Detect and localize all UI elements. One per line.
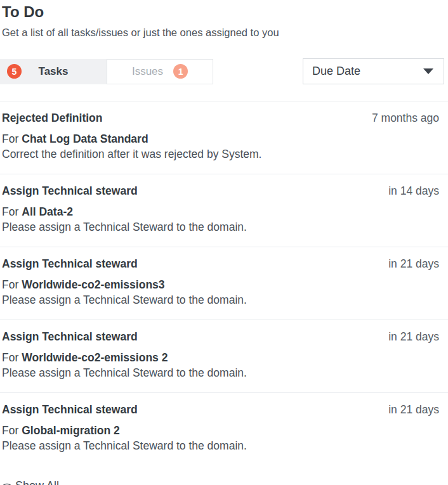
task-title: Assign Technical steward <box>2 257 138 271</box>
task-for-line: ForWorldwide-co2-emissions 2 <box>2 350 439 365</box>
page-title: To Do <box>2 3 448 22</box>
tab-bar: 5 Tasks Issues 1 <box>0 59 213 84</box>
task-title: Rejected Definition <box>2 111 103 126</box>
task-item[interactable]: Assign Technical steward in 21 days ForG… <box>0 392 448 465</box>
task-description: Please assign a Technical Steward to the… <box>2 365 439 380</box>
show-all-link[interactable]: Show All <box>2 479 59 485</box>
todo-widget: To Do Get a list of all tasks/issues or … <box>0 0 448 485</box>
tab-tasks-label: Tasks <box>39 65 69 78</box>
task-title: Assign Technical steward <box>2 184 138 198</box>
task-description: Please assign a Technical Steward to the… <box>2 219 439 235</box>
task-for-prefix: For <box>2 133 18 145</box>
task-item[interactable]: Assign Technical steward in 14 days ForA… <box>0 174 448 247</box>
task-due-date: 7 months ago <box>372 111 439 126</box>
due-date-dropdown[interactable]: Due Date <box>303 58 444 84</box>
task-due-date: in 14 days <box>388 184 439 198</box>
task-for-prefix: For <box>2 278 18 291</box>
page-subtitle: Get a list of all tasks/issues or just t… <box>2 25 448 39</box>
eye-icon <box>2 483 12 485</box>
task-target-asset: Chat Log Data Standard <box>22 133 148 145</box>
tab-issues-label: Issues <box>132 65 163 78</box>
task-target-asset: Worldwide-co2-emissions 2 <box>22 351 168 364</box>
task-for-line: ForGlobal-migration 2 <box>2 423 439 438</box>
task-target-asset: All Data-2 <box>22 205 73 218</box>
task-for-line: ForAll Data-2 <box>2 204 439 219</box>
task-for-prefix: For <box>2 351 18 364</box>
task-list: Rejected Definition 7 months ago ForChat… <box>0 101 448 465</box>
task-target-asset: Global-migration 2 <box>22 424 120 437</box>
task-item[interactable]: Assign Technical steward in 21 days ForW… <box>0 320 448 392</box>
task-target-asset: Worldwide-co2-emissions3 <box>22 278 164 291</box>
chevron-down-icon <box>423 68 433 74</box>
task-description: Please assign a Technical Steward to the… <box>2 438 439 453</box>
due-date-dropdown-value: Due Date <box>312 65 360 78</box>
controls-row: 5 Tasks Issues 1 Due Date <box>0 58 448 84</box>
task-title: Assign Technical steward <box>2 403 138 417</box>
task-item[interactable]: Assign Technical steward in 21 days ForW… <box>0 247 448 320</box>
tasks-count-badge: 5 <box>7 64 22 79</box>
task-for-line: ForWorldwide-co2-emissions3 <box>2 277 439 292</box>
tab-issues[interactable]: Issues 1 <box>107 59 213 84</box>
task-for-line: ForChat Log Data Standard <box>2 131 439 146</box>
task-due-date: in 21 days <box>388 330 439 344</box>
show-all-label: Show All <box>15 479 59 485</box>
task-for-prefix: For <box>2 205 18 218</box>
task-due-date: in 21 days <box>388 257 439 271</box>
task-due-date: in 21 days <box>388 403 439 417</box>
task-for-prefix: For <box>2 424 18 437</box>
task-title: Assign Technical steward <box>2 330 138 344</box>
issues-count-badge: 1 <box>173 64 188 79</box>
task-description: Correct the definition after it was reje… <box>2 146 439 162</box>
task-item[interactable]: Rejected Definition 7 months ago ForChat… <box>0 101 448 174</box>
tab-tasks[interactable]: 5 Tasks <box>0 59 107 84</box>
task-description: Please assign a Technical Steward to the… <box>2 292 439 307</box>
